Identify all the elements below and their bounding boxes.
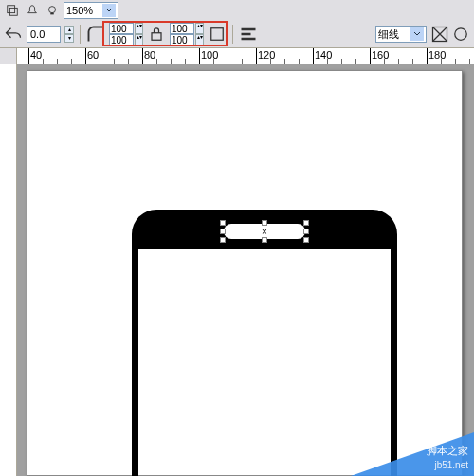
spinner-icon[interactable]: ▴▾ [135,34,143,46]
lock-icon[interactable] [147,25,166,44]
ruler-corner [0,48,17,65]
selection-center-icon[interactable]: × [260,227,269,237]
spinner-icon[interactable]: ▴▾ [195,34,204,46]
ruler-tick-minor [327,59,328,64]
toolbar-divider [232,25,233,44]
canvas-viewport[interactable]: × [17,64,474,476]
ruler-tick-minor [185,59,186,64]
toolbar-divider [80,25,81,44]
ruler-tick [142,48,143,65]
horizontal-ruler: 406080100120140160180 [0,47,474,64]
bulb-icon[interactable] [44,2,61,19]
ruler-tick-minor [57,59,58,64]
svg-rect-1 [9,8,17,15]
ruler-tick-minor [284,59,285,64]
svg-point-2 [49,7,56,13]
ruler-tick-minor [213,59,214,64]
ruler-tick-label: 60 [87,49,99,61]
ruler-tick-minor [384,59,385,64]
ruler-tick-minor [242,59,243,64]
ruler-tick [85,48,86,65]
ruler-tick-minor [100,59,100,64]
vertical-ruler [0,64,17,476]
ruler-tick-minor [171,59,172,64]
page[interactable]: × [27,70,463,476]
watermark-title: 脚本之家 [427,443,468,458]
layers-icon[interactable] [4,2,21,19]
dropdown-arrow-icon[interactable] [102,4,116,17]
outline-style-icons [430,25,470,44]
ruler-tick-minor [441,59,442,64]
bell-icon[interactable] [24,2,41,19]
selection-handle[interactable] [262,237,267,243]
outline-value: 细线 [378,27,410,42]
selection-handle[interactable] [303,237,309,243]
ruler-tick-label: 100 [201,49,218,61]
text-wrap-icon[interactable] [239,25,258,44]
selection-handle[interactable] [262,220,267,226]
ruler-tick-minor [71,59,72,64]
ruler-tick-minor [43,59,44,64]
outline-width-select[interactable]: 细线 [375,26,427,43]
corner-tr-input[interactable] [170,23,194,34]
work-area: × [0,64,474,476]
relative-corner-icon[interactable] [208,25,227,44]
ruler-tick-minor [469,59,470,64]
watermark-text: 脚本之家 jb51.net [427,443,468,473]
corner-br-input[interactable] [170,34,194,46]
svg-rect-0 [8,6,15,13]
toolbar-row-2: ▴▾ ▴▾ ▴▾ ▴▾ ▴▾ 细线 [0,21,474,47]
ruler-tick-minor [356,59,356,64]
undo-icon[interactable] [4,25,23,44]
selection-handle[interactable] [220,220,226,226]
zoom-level-select[interactable]: 150% [64,2,118,19]
corner-radius-left-group: ▴▾ ▴▾ [109,23,143,46]
ruler-tick-minor [114,59,115,64]
ruler-tick-label: 120 [258,49,275,61]
ruler-tick-label: 160 [372,49,389,61]
ruler-tick-label: 180 [428,49,446,61]
ruler-tick-minor [455,59,456,64]
ruler-tick-minor [156,59,157,64]
ruler-tick-minor [299,59,300,64]
toolbar-row-1: 150% [0,0,474,21]
phone-left-edge [132,247,138,476]
angle-spinner[interactable]: ▴▾ [64,26,74,43]
ruler-tick-minor [228,59,228,64]
ruler-tick-minor [270,59,271,64]
scale-outline-icon[interactable] [451,25,470,44]
ruler-tick-label: 80 [144,49,155,61]
ruler-tick [199,48,200,65]
selection-handle[interactable] [220,237,226,243]
svg-rect-8 [242,38,256,41]
ruler-tick-minor [398,59,399,64]
ruler-tick-label: 140 [315,49,332,61]
corner-radius-right-group: ▴▾ ▴▾ [170,23,204,46]
zoom-value: 150% [66,5,102,16]
svg-rect-4 [152,33,161,41]
svg-rect-7 [242,33,251,36]
ruler-tick-minor [412,59,413,64]
spinner-icon[interactable]: ▴▾ [195,23,204,34]
svg-rect-6 [242,28,256,31]
scallop-corner-icon[interactable] [86,25,105,44]
svg-point-10 [455,28,467,41]
svg-rect-5 [211,28,224,41]
corner-tl-input[interactable] [109,23,134,34]
dropdown-arrow-icon[interactable] [410,27,424,41]
ruler-tick [256,48,257,65]
selection-handle[interactable] [220,229,226,234]
selection-handle[interactable] [303,220,309,226]
behind-fill-icon[interactable] [430,25,449,44]
ruler-tick-minor [341,59,342,64]
watermark-subtitle: jb51.net [427,458,468,473]
corner-bl-input[interactable] [109,34,134,46]
ruler-tick [28,48,29,65]
ruler-tick [427,48,428,65]
rotation-angle-input[interactable] [27,26,61,43]
spinner-icon[interactable]: ▴▾ [135,23,143,34]
ruler-tick [313,48,314,65]
svg-rect-3 [50,13,54,15]
ruler-tick-label: 40 [30,49,42,61]
selection-handle[interactable] [303,229,309,234]
